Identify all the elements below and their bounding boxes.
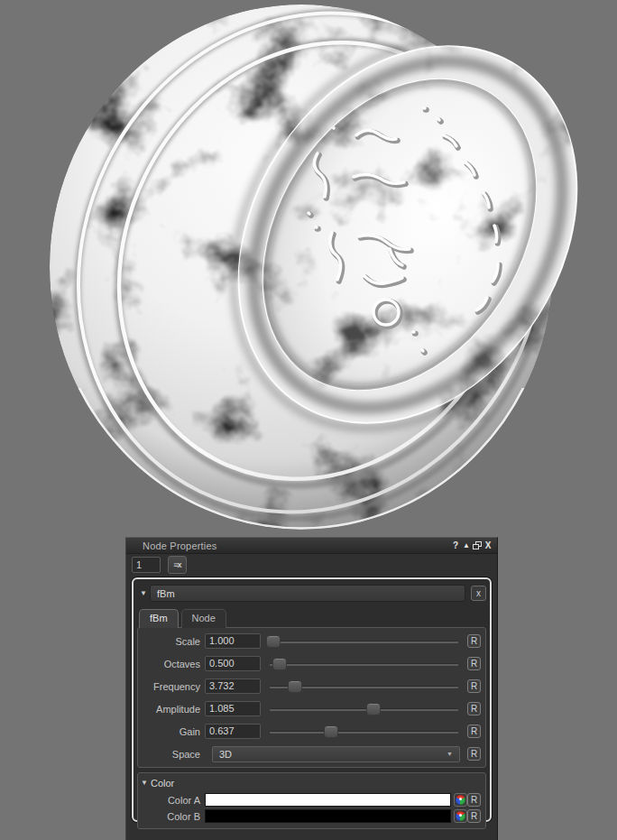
param-row-frequency: Frequency 3.732 R	[138, 675, 485, 697]
space-reset-button[interactable]: R	[467, 747, 481, 761]
scale-reset-button[interactable]: R	[467, 634, 481, 648]
amplitude-value-field[interactable]: 1.085	[205, 701, 261, 716]
color-section-header[interactable]: ▼ Color	[138, 774, 485, 791]
color-section-box: ▼ Color Color A R Color B R	[137, 772, 486, 829]
node-name-field[interactable]: fBm	[150, 585, 465, 602]
slider-handle[interactable]	[324, 725, 338, 738]
gain-slider[interactable]	[268, 725, 460, 739]
color-b-row: Color B R	[138, 808, 485, 824]
rgb-color-wheel-icon	[456, 811, 465, 821]
color-a-label: Color A	[138, 795, 205, 806]
node-close-button[interactable]: x	[471, 586, 486, 601]
chevron-down-icon: ▼	[447, 751, 453, 757]
node-properties-panel: Node Properties ? ▲ X ≡x ▼ fBm x fBm Nod…	[125, 537, 498, 840]
panel-title: Node Properties	[143, 540, 450, 551]
detach-triangle-icon[interactable]: ▲	[461, 540, 472, 551]
node-tabs: fBm Node	[139, 609, 486, 628]
clear-button[interactable]: ≡x	[168, 556, 187, 574]
slider-track[interactable]	[270, 663, 458, 666]
color-a-picker-button[interactable]	[454, 793, 467, 807]
rgb-color-wheel-icon	[456, 795, 465, 805]
octaves-label: Octaves	[138, 659, 205, 669]
collapse-triangle-icon[interactable]: ▼	[138, 779, 151, 787]
param-row-amplitude: Amplitude 1.085 R	[138, 697, 485, 720]
panel-titlebar[interactable]: Node Properties ? ▲ X	[126, 538, 497, 554]
slider-handle[interactable]	[366, 703, 381, 715]
slider-track[interactable]	[270, 641, 458, 643]
frequency-value-field[interactable]: 3.732	[205, 678, 261, 694]
scale-label: Scale	[138, 636, 205, 647]
color-b-swatch[interactable]	[205, 809, 451, 823]
gain-value-field[interactable]: 0.637	[205, 724, 261, 739]
frequency-slider[interactable]	[268, 679, 460, 694]
color-section-title: Color	[151, 778, 174, 789]
frequency-reset-button[interactable]: R	[467, 679, 481, 693]
gain-reset-button[interactable]: R	[467, 725, 481, 738]
param-row-octaves: Octaves 0.500 R	[138, 652, 485, 675]
float-window-icon[interactable]	[472, 540, 483, 551]
overlapping-squares-icon	[473, 541, 482, 549]
slider-track[interactable]	[270, 708, 458, 711]
collapse-triangle-icon[interactable]: ▼	[137, 589, 150, 597]
node-selector-row: ≡x	[126, 554, 497, 577]
octaves-slider[interactable]	[268, 657, 460, 671]
amplitude-reset-button[interactable]: R	[467, 702, 481, 715]
close-icon[interactable]: X	[483, 540, 493, 551]
octaves-value-field[interactable]: 0.500	[205, 656, 261, 671]
slider-track[interactable]	[270, 731, 458, 734]
param-row-space: Space 3D ▼ R	[138, 743, 485, 765]
color-a-row: Color A R	[138, 792, 485, 808]
octaves-reset-button[interactable]: R	[467, 657, 481, 670]
color-b-reset-button[interactable]: R	[467, 809, 481, 823]
scale-value-field[interactable]: 1.000	[205, 633, 261, 649]
color-b-picker-button[interactable]	[454, 809, 467, 823]
color-a-swatch[interactable]	[205, 793, 451, 807]
param-row-scale: Scale 1.000 R	[138, 630, 485, 652]
gain-label: Gain	[138, 726, 205, 737]
slider-handle[interactable]	[288, 680, 302, 693]
tab-node[interactable]: Node	[181, 609, 226, 628]
space-dropdown-value: 3D	[219, 749, 232, 760]
shader-ball-preview[interactable]	[0, 0, 617, 533]
clear-list-icon: ≡x	[173, 560, 180, 569]
param-row-gain: Gain 0.637 R	[138, 720, 485, 743]
color-a-reset-button[interactable]: R	[467, 793, 481, 807]
space-label: Space	[138, 749, 205, 760]
tab-fbm[interactable]: fBm	[139, 609, 179, 628]
node-header: ▼ fBm x	[137, 583, 486, 604]
amplitude-slider[interactable]	[268, 702, 460, 716]
help-icon[interactable]: ?	[450, 540, 461, 551]
slider-handle[interactable]	[272, 658, 287, 670]
amplitude-label: Amplitude	[138, 704, 205, 715]
space-dropdown[interactable]: 3D ▼	[212, 746, 460, 762]
scale-slider[interactable]	[268, 634, 460, 649]
slider-handle[interactable]	[266, 635, 281, 648]
color-b-label: Color B	[138, 811, 205, 822]
frequency-label: Frequency	[138, 681, 205, 692]
parameters-box: Scale 1.000 R Octaves 0.500 R Frequency	[137, 627, 486, 768]
fbm-node-group: ▼ fBm x fBm Node Scale 1.000 R Octaves 0…	[132, 577, 492, 822]
node-index-input[interactable]	[132, 557, 161, 573]
shader-ball-render	[0, 0, 617, 533]
